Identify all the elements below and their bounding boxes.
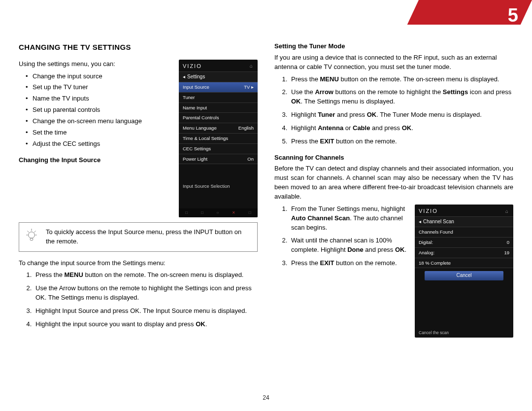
lightbulb-icon — [25, 228, 39, 246]
capability-item: Name the TV inputs — [26, 94, 258, 103]
lead-text: To change the input source from the Sett… — [19, 259, 258, 268]
capability-list: Change the input sourceSet up the TV tun… — [26, 72, 258, 149]
tip-text: To quickly access the Input Source menu,… — [46, 228, 251, 246]
capability-item: Change the input source — [26, 72, 258, 81]
tuner-intro: If you are using a device that is connec… — [274, 53, 513, 72]
right-column: Setting the Tuner Mode If you are using … — [274, 42, 513, 342]
section-heading: CHANGING THE TV SETTINGS — [19, 42, 258, 53]
step-item: Press the MENU button on the remote. The… — [289, 75, 513, 84]
svg-rect-6 — [30, 238, 33, 240]
page-number: 24 — [0, 394, 532, 402]
step-item: Highlight Input Source and press OK. The… — [33, 307, 258, 316]
step-item: Highlight Antenna or Cable and press OK. — [289, 124, 513, 133]
screenshot-brand: VIZIO — [183, 63, 202, 70]
screenshot-info: Input Source Selection — [179, 178, 258, 195]
menu-row: Power LightOn — [179, 154, 258, 165]
svg-line-3 — [34, 231, 35, 232]
svg-line-2 — [27, 231, 29, 232]
step-item: Highlight Tuner and press OK. The Tuner … — [289, 110, 513, 120]
home-icon: ⌂ — [505, 208, 509, 215]
back-arrow-icon: ◂ — [419, 218, 421, 226]
capability-item: Change the on-screen menu language — [26, 117, 258, 126]
channel-scan-screenshot: VIZIO ⌂ ◂ Channel Scan Channels FoundDig… — [415, 205, 513, 338]
capability-item: Set up parental controls — [26, 105, 258, 115]
input-source-steps: Press the MENU button on the remote. The… — [33, 271, 258, 329]
step-item: Use the Arrow buttons on the remote to h… — [289, 88, 513, 106]
tuner-mode-steps: Press the MENU button on the remote. The… — [289, 75, 513, 146]
scan-row: Analog:19 — [415, 248, 513, 258]
scan-row: 18 % Complete — [415, 258, 513, 269]
scanning-intro: Before the TV can detect and display cha… — [274, 164, 513, 201]
home-icon: ⌂ — [250, 63, 254, 70]
svg-point-0 — [29, 232, 35, 238]
subheading-scanning: Scanning for Channels — [274, 153, 513, 163]
chapter-tab: 5 — [404, 0, 532, 25]
screenshot-brand: VIZIO — [419, 207, 438, 215]
capability-item: Set the time — [26, 128, 258, 137]
scan-rows: Channels FoundDigital:0Analog:1918 % Com… — [415, 227, 513, 268]
step-item: Use the Arrow buttons on the remote to h… — [33, 284, 258, 303]
screenshot-footer-icons: □□○✕□ — [179, 208, 258, 217]
step-item: Press the MENU button on the remote. The… — [33, 271, 258, 280]
capability-item: Adjust the CEC settings — [26, 139, 258, 149]
tip-callout: To quickly access the Input Source menu,… — [19, 222, 258, 252]
step-item: Press the EXIT button on the remote. — [289, 137, 513, 146]
subheading-tuner-mode: Setting the Tuner Mode — [274, 42, 513, 51]
step-item: Highlight the input source you want to d… — [33, 320, 258, 329]
left-column: CHANGING THE TV SETTINGS VIZIO ⌂ ◂ Setti… — [19, 42, 258, 342]
screenshot-footer-text: Cancel the scan — [419, 330, 449, 336]
capability-item: Set up the TV tuner — [26, 83, 258, 92]
scan-row: Channels Found — [415, 227, 513, 238]
scan-row: Digital:0 — [415, 238, 513, 248]
chapter-number: 5 — [508, 2, 518, 25]
screenshot-title: Channel Scan — [423, 218, 454, 226]
cancel-button: Cancel — [425, 271, 503, 280]
